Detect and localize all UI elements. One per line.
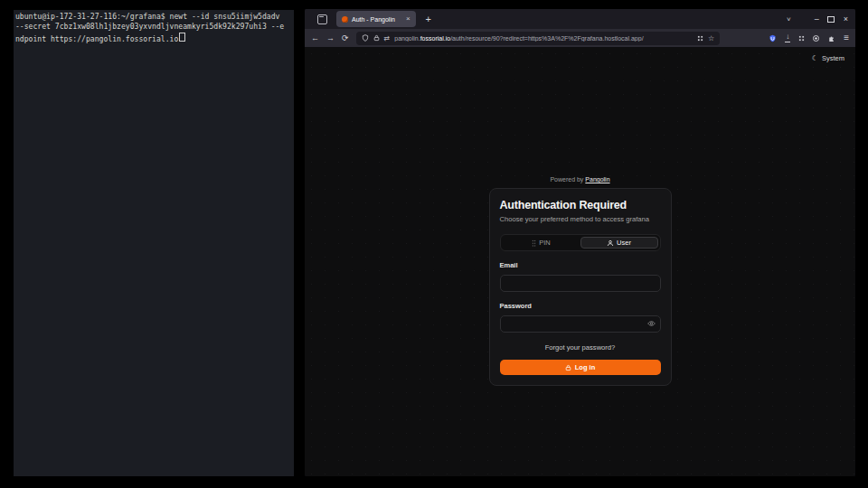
terminal-line-text: ndpoint https://pangolin.fossorial.io — [15, 33, 178, 42]
auth-section: Powered by Pangolin Authentication Requi… — [489, 176, 672, 386]
auth-method-tabs: PIN User — [500, 234, 661, 251]
theme-toggle-label: System — [822, 54, 844, 62]
password-field-wrap — [500, 314, 661, 333]
bookmark-star-icon[interactable]: ☆ — [708, 34, 714, 42]
tab-user-label: User — [617, 239, 631, 247]
login-lock-icon — [565, 364, 571, 371]
window-minimize-button[interactable]: – — [815, 15, 819, 23]
privacy-extension-icon[interactable] — [813, 35, 819, 42]
extension-buttons: ↓ ≡ — [769, 33, 849, 42]
terminal-window[interactable]: ubuntu@ip-172-31-27-116:~/grafana$ newt … — [14, 10, 294, 476]
reload-icon[interactable]: ⟳ — [342, 34, 349, 42]
tab-user[interactable]: User — [580, 237, 658, 249]
pin-keypad-icon — [532, 239, 536, 247]
card-title: Authentication Required — [500, 199, 661, 211]
email-field-wrap — [500, 273, 661, 292]
tab-list-chevron-icon[interactable]: ˅ — [787, 15, 791, 23]
desktop: ubuntu@ip-172-31-27-116:~/grafana$ newt … — [0, 0, 868, 488]
lock-icon[interactable] — [373, 34, 380, 42]
puzzle-extensions-icon[interactable] — [827, 34, 835, 42]
terminal-line: ubuntu@ip-172-31-27-116:~/grafana$ newt … — [15, 12, 294, 22]
email-label: Email — [500, 261, 661, 269]
browser-toolbar: ← → ⟳ ⇄ pangolin.fossorial.io/auth/resou… — [305, 29, 855, 47]
hamburger-menu-icon[interactable]: ≡ — [844, 33, 849, 42]
powered-by-text: Powered by — [550, 176, 583, 183]
firefox-view-icon[interactable] — [317, 14, 327, 24]
pangolin-link[interactable]: Pangolin — [585, 176, 609, 183]
container-switch-icon[interactable]: ⇄ — [384, 34, 391, 42]
email-field[interactable] — [500, 275, 661, 292]
browser-tab-bar: Auth - Pangolin × + ˅ – × — [305, 9, 855, 29]
user-icon — [607, 239, 614, 247]
tab-close-icon[interactable]: × — [406, 15, 410, 23]
login-button[interactable]: Log in — [500, 360, 661, 375]
url-bar[interactable]: ⇄ pangolin.fossorial.io/auth/resource/90… — [356, 32, 721, 45]
tracking-shield-icon[interactable] — [362, 34, 369, 42]
window-close-button[interactable]: × — [844, 15, 848, 23]
forgot-password-link[interactable]: Forgot your password? — [500, 343, 661, 352]
pangolin-favicon-icon — [342, 16, 348, 23]
show-password-eye-icon[interactable] — [647, 319, 656, 327]
password-field[interactable] — [500, 315, 661, 333]
window-maximize-button[interactable] — [827, 16, 835, 23]
url-domain: fossorial.io — [420, 35, 450, 42]
browser-tab-active[interactable]: Auth - Pangolin × — [336, 11, 416, 27]
page-content: ☾ System Powered by Pangolin Authenticat… — [305, 47, 855, 476]
terminal-line: --secret 7cbz1xw08lh1jbzey03yxvndljvneam… — [15, 22, 294, 32]
tab-pin-label: PIN — [539, 239, 551, 247]
back-icon[interactable]: ← — [311, 34, 319, 42]
card-subtitle: Choose your preferred method to access g… — [500, 215, 661, 223]
url-text[interactable]: pangolin.fossorial.io/auth/resource/90?r… — [394, 35, 693, 42]
powered-by: Powered by Pangolin — [489, 176, 672, 183]
url-subdomain: pangolin. — [394, 35, 420, 42]
new-tab-button[interactable]: + — [426, 14, 431, 24]
theme-toggle[interactable]: ☾ System — [812, 54, 844, 62]
adblock-extension-icon[interactable] — [769, 34, 777, 42]
download-icon[interactable]: ↓ — [785, 33, 790, 42]
url-path: /auth/resource/90?redirect=https%3A%2F%2… — [450, 35, 643, 42]
extensions-grid-icon[interactable] — [798, 35, 805, 42]
auth-card: Authentication Required Choose your pref… — [489, 188, 672, 386]
password-label: Password — [500, 302, 661, 310]
browser-window: Auth - Pangolin × + ˅ – × ← → ⟳ — [305, 9, 855, 476]
tab-pin[interactable]: PIN — [503, 237, 580, 249]
terminal-cursor — [179, 33, 185, 42]
moon-icon: ☾ — [812, 54, 818, 62]
forward-icon[interactable]: → — [326, 34, 335, 42]
terminal-line: ndpoint https://pangolin.fossorial.io — [15, 33, 294, 44]
login-button-label: Log in — [575, 363, 596, 371]
shortcuts-grid-icon[interactable] — [697, 35, 703, 42]
tab-title: Auth - Pangolin — [352, 16, 395, 23]
